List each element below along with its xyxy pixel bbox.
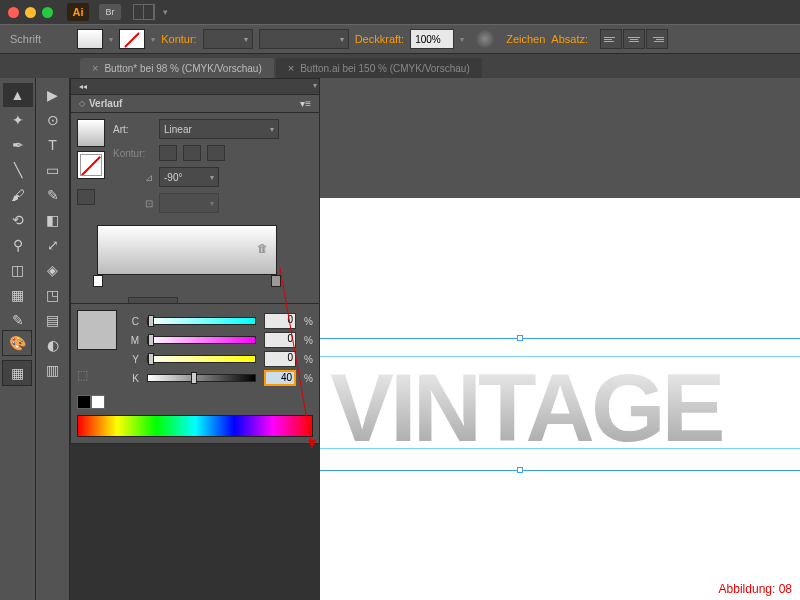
align-right-icon[interactable] xyxy=(646,29,668,49)
channel-k-slider[interactable] xyxy=(147,374,256,382)
titlebar: Ai Br ▾ xyxy=(0,0,800,24)
channel-c-value[interactable]: 0 xyxy=(264,313,296,329)
opacity-input[interactable] xyxy=(410,29,454,49)
magic-wand-tool-icon[interactable]: ✦ xyxy=(3,108,33,132)
pen-tool-icon[interactable]: ✒ xyxy=(3,133,33,157)
stroke-swatch[interactable] xyxy=(119,29,145,49)
brush-dropdown[interactable] xyxy=(259,29,349,49)
gradient-stroke-swatch[interactable] xyxy=(77,151,105,179)
figure-caption: Abbildung: 08 xyxy=(719,582,792,596)
gradient-preview[interactable]: 🗑 xyxy=(97,225,277,275)
canvas-area[interactable]: VINTAGE xyxy=(320,78,800,600)
free-transform-tool-icon[interactable]: ◈ xyxy=(38,258,68,282)
brush-tool-icon[interactable]: 🖌 xyxy=(3,183,33,207)
bridge-icon[interactable]: Br xyxy=(99,4,121,20)
reverse-gradient-icon[interactable] xyxy=(77,189,95,205)
eraser-tool-icon[interactable]: ◧ xyxy=(38,208,68,232)
schrift-label: Schrift xyxy=(10,33,41,45)
collapse-icon[interactable]: ◇ xyxy=(79,99,85,108)
angle-input[interactable]: -90° xyxy=(159,167,219,187)
graph-tool-icon[interactable]: ▥ xyxy=(38,358,68,382)
floating-panels: ◂◂ ◇ Verlauf ▾≡ ▾ Art: Line xyxy=(70,78,320,600)
gradient-slider[interactable] xyxy=(97,277,277,287)
channel-y-value[interactable]: 0 xyxy=(264,351,296,367)
line-tool-icon[interactable]: ╲ xyxy=(3,158,33,182)
globe-icon[interactable] xyxy=(476,30,494,48)
color-fill-swatch[interactable] xyxy=(77,310,117,350)
channel-c-label: C xyxy=(127,316,139,327)
color-panel: ⬚ C 0 % M 0 % xyxy=(70,303,320,444)
channel-y-slider[interactable] xyxy=(147,355,256,363)
channel-m-value[interactable]: 0 xyxy=(264,332,296,348)
gradient-type-value: Linear xyxy=(164,124,192,135)
spectrum-picker[interactable] xyxy=(77,415,313,437)
stroke-align-3-icon[interactable] xyxy=(207,145,225,161)
align-center-icon[interactable] xyxy=(623,29,645,49)
pct-label: % xyxy=(304,335,313,346)
art-label: Art: xyxy=(113,124,153,135)
gradient-tool-icon[interactable]: ▤ xyxy=(38,308,68,332)
minimize-window-icon[interactable] xyxy=(25,7,36,18)
deckkraft-label[interactable]: Deckkraft: xyxy=(355,33,405,45)
selection-tool-icon[interactable]: ▲ xyxy=(3,83,33,107)
gradient-fill-swatch[interactable]: ▾ xyxy=(77,119,105,147)
align-left-icon[interactable] xyxy=(600,29,622,49)
gradient-panel-title: Verlauf xyxy=(89,98,122,109)
channel-k-label: K xyxy=(127,373,139,384)
rotate-tool-icon[interactable]: ⟲ xyxy=(3,208,33,232)
selection-handle[interactable] xyxy=(517,467,523,473)
absatz-link[interactable]: Absatz: xyxy=(551,33,588,45)
app-icon: Ai xyxy=(67,3,89,21)
collapsed-panel-tabs: 🎨 ▦ xyxy=(0,320,34,386)
gradient-panel: ◂◂ ◇ Verlauf ▾≡ ▾ Art: Line xyxy=(70,78,320,330)
width-tool-icon[interactable]: ⚲ xyxy=(3,233,33,257)
channel-c-slider[interactable] xyxy=(147,317,256,325)
kontur-label: Kontur: xyxy=(113,148,153,159)
tools-column-2: ▶ ⊙ T ▭ ✎ ◧ ⤢ ◈ ◳ ▤ ◐ ▥ xyxy=(36,78,70,600)
angle-value: -90° xyxy=(164,172,182,183)
tab-label: Button* bei 98 % (CMYK/Vorschau) xyxy=(104,63,261,74)
gradient-stop-right[interactable] xyxy=(271,275,281,287)
lasso-tool-icon[interactable]: ⊙ xyxy=(38,108,68,132)
shape-builder-tool-icon[interactable]: ◫ xyxy=(3,258,33,282)
gradient-stop-left[interactable] xyxy=(93,275,103,287)
mesh-tool-icon[interactable]: ▦ xyxy=(3,283,33,307)
close-window-icon[interactable] xyxy=(8,7,19,18)
channel-m-label: M xyxy=(127,335,139,346)
perspective-tool-icon[interactable]: ◳ xyxy=(38,283,68,307)
close-tab-icon[interactable]: × xyxy=(288,62,294,74)
color-tab-icon[interactable]: 🎨 xyxy=(2,330,32,356)
rectangle-tool-icon[interactable]: ▭ xyxy=(38,158,68,182)
trash-icon[interactable]: 🗑 xyxy=(257,242,268,254)
zeichen-link[interactable]: Zeichen xyxy=(506,33,545,45)
blend-tool-icon[interactable]: ◐ xyxy=(38,333,68,357)
document-tab[interactable]: ×Button.ai bei 150 % (CMYK/Vorschau) xyxy=(276,58,482,78)
guide-line xyxy=(320,356,800,357)
panel-menu-icon[interactable]: ▾≡ xyxy=(300,98,311,109)
stroke-align-2-icon[interactable] xyxy=(183,145,201,161)
gradient-type-dropdown[interactable]: Linear xyxy=(159,119,279,139)
canvas-text[interactable]: VINTAGE xyxy=(330,353,722,463)
guide-line xyxy=(320,448,800,449)
kontur-label[interactable]: Kontur: xyxy=(161,33,196,45)
layout-switcher-icon[interactable] xyxy=(133,4,155,20)
stroke-weight-dropdown[interactable] xyxy=(203,29,253,49)
channel-k-value[interactable]: 40 xyxy=(264,370,296,386)
close-tab-icon[interactable]: × xyxy=(92,62,98,74)
direct-selection-tool-icon[interactable]: ▶ xyxy=(38,83,68,107)
channel-m-slider[interactable] xyxy=(147,336,256,344)
pct-label: % xyxy=(304,373,313,384)
type-tool-icon[interactable]: T xyxy=(38,133,68,157)
selection-handle[interactable] xyxy=(517,335,523,341)
selection-edge xyxy=(320,470,800,471)
fill-swatch[interactable] xyxy=(77,29,103,49)
pencil-tool-icon[interactable]: ✎ xyxy=(38,183,68,207)
document-tabs: ×Button* bei 98 % (CMYK/Vorschau) ×Butto… xyxy=(0,54,800,78)
zoom-window-icon[interactable] xyxy=(42,7,53,18)
gradient-panel-header[interactable]: ◂◂ xyxy=(71,79,319,95)
scale-tool-icon[interactable]: ⤢ xyxy=(38,233,68,257)
stroke-align-1-icon[interactable] xyxy=(159,145,177,161)
swatches-tab-icon[interactable]: ▦ xyxy=(2,360,32,386)
document-tab-active[interactable]: ×Button* bei 98 % (CMYK/Vorschau) xyxy=(80,58,274,78)
bw-swatches[interactable] xyxy=(77,395,313,409)
